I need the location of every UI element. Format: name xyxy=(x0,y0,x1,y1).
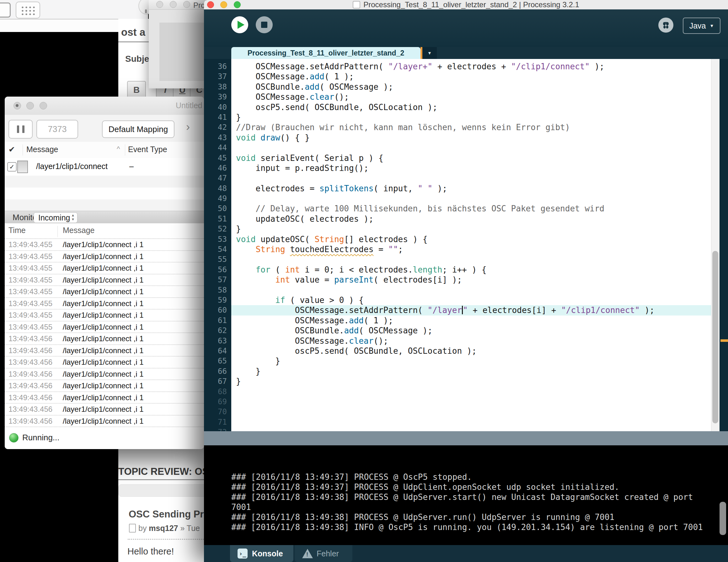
line-number: 72 xyxy=(204,427,231,431)
monitor-row[interactable]: 13:49:43.456/layer1/clip1/connect ,i 1 xyxy=(5,380,204,392)
close-icon[interactable] xyxy=(207,1,214,8)
current-line-marker xyxy=(720,339,728,342)
tab-overview-icon[interactable] xyxy=(0,3,11,18)
stop-button[interactable] xyxy=(256,16,273,33)
pause-button[interactable] xyxy=(8,120,33,139)
message-column-header[interactable]: Message xyxy=(26,145,58,154)
code-line-49 xyxy=(231,194,711,204)
zoom-icon[interactable] xyxy=(183,1,190,8)
zoom-icon[interactable] xyxy=(234,1,241,8)
tab-label: Konsole xyxy=(252,549,283,558)
line-number: 57 xyxy=(204,275,231,285)
console-scrollbar-thumb[interactable] xyxy=(720,502,726,535)
tab-menu-button[interactable]: ▼ xyxy=(422,47,437,59)
byline-user-link[interactable]: msq127 xyxy=(149,524,178,533)
event-time: 13:49:43.455 xyxy=(8,240,52,249)
topic-review-pagination-bar[interactable] xyxy=(118,484,213,497)
close-icon[interactable] xyxy=(156,1,163,8)
sketch-tab[interactable]: Processing_Test_8_11_oliver_letzter_stan… xyxy=(231,47,420,59)
event-type-value: – xyxy=(129,162,134,171)
code-line-66: } xyxy=(231,366,711,376)
sketch-titlebar[interactable]: Pro xyxy=(149,0,206,10)
monitor-row[interactable]: 13:49:43.456/layer1/clip1/connect ,i 1 xyxy=(5,333,204,345)
event-time: 13:49:43.455 xyxy=(8,287,52,296)
osculator-titlebar[interactable]: Untitled xyxy=(5,97,204,115)
monitor-row[interactable]: 13:49:43.455/layer1/clip1/connect ,i 1 xyxy=(5,263,204,275)
monitor-row[interactable]: 13:49:43.455/layer1/clip1/connect ,i 1 xyxy=(5,298,204,310)
event-message: /layer1/clip1/connect ,i 1 xyxy=(63,417,143,425)
code-line-52: } xyxy=(231,224,711,234)
monitor-row[interactable]: 13:49:43.456/layer1/clip1/connect ,i 1 xyxy=(5,392,204,404)
monitor-row[interactable]: 13:49:43.456/layer1/clip1/connect ,i 1 xyxy=(5,368,204,380)
monitor-filter-select[interactable]: Incoming ▲▼ xyxy=(34,212,78,223)
chevron-right-icon[interactable]: › xyxy=(186,121,190,134)
editor-scrollbar-thumb[interactable] xyxy=(712,251,718,423)
event-type-column-header[interactable]: Event Type xyxy=(128,145,167,154)
line-number: 65 xyxy=(204,356,231,366)
console-line: ### [2016/11/8 13:49:37] PROCESS @ UdpCl… xyxy=(231,482,728,492)
time-column-header[interactable]: Time xyxy=(8,226,26,235)
default-mapping-button[interactable]: Default Mapping xyxy=(102,121,174,138)
code-line-67: } xyxy=(231,376,711,386)
osculator-toolbar: 7373 Default Mapping › xyxy=(5,115,204,142)
monitor-row[interactable]: 13:49:43.456/layer1/clip1/connect ,i 1 xyxy=(5,415,204,427)
event-time: 13:49:43.455 xyxy=(8,276,52,284)
monitor-row[interactable]: 13:49:43.455/layer1/clip1/connect ,i 1 xyxy=(5,286,204,298)
mode-selector[interactable]: Java ▼ xyxy=(683,18,720,34)
monitor-row[interactable]: 13:49:43.455/layer1/clip1/connect ,i 1 xyxy=(5,309,204,321)
code-line-60: OSCMessage.setAddrPattern( "/layer" + el… xyxy=(231,305,711,315)
code-line-63: OSCMessage.clear(); xyxy=(231,336,711,346)
event-time: 13:49:43.455 xyxy=(8,264,52,273)
console-output[interactable]: ### [2016/11/8 13:49:37] PROCESS @ OscP5… xyxy=(204,445,728,545)
line-number: 67 xyxy=(204,376,231,386)
processing-window: Processing_Test_8_11_oliver_letzter_stan… xyxy=(204,0,728,562)
code-line-58 xyxy=(231,285,711,295)
filter-value: Incoming xyxy=(38,213,70,222)
zoom-icon[interactable] xyxy=(40,102,47,110)
check-column-header[interactable]: ✔ xyxy=(8,145,15,154)
code-editor[interactable]: OSCMessage.setAddrPattern( "/layer+" + e… xyxy=(231,59,711,431)
message-column-header[interactable]: Message xyxy=(63,226,94,235)
checkbox[interactable]: ✓ xyxy=(7,162,17,172)
sort-ascending-icon[interactable]: ^ xyxy=(117,145,120,153)
line-number: 58 xyxy=(204,285,231,295)
monitor-bar: Monitor Incoming ▲▼ xyxy=(5,211,204,224)
monitor-row[interactable]: 13:49:43.456/layer1/clip1/connect ,i 1 xyxy=(5,404,204,415)
minimize-icon[interactable] xyxy=(26,102,34,110)
minimize-icon[interactable] xyxy=(170,1,177,8)
line-number: 60 xyxy=(204,305,231,315)
event-time: 13:49:43.456 xyxy=(8,358,52,367)
post-heading: ost a xyxy=(121,26,145,38)
event-message: /layer1/clip1/connect ,i 1 xyxy=(63,405,143,414)
monitor-row[interactable]: 13:49:43.456/layer1/clip1/connect ,i 1 xyxy=(5,345,204,357)
apps-grid-icon[interactable] xyxy=(16,2,40,19)
line-number: 55 xyxy=(204,254,231,265)
tab-konsole[interactable]: ›_ Konsole xyxy=(230,545,293,562)
run-button[interactable] xyxy=(231,16,248,33)
tab-fehler[interactable]: ! Fehler xyxy=(295,545,352,562)
port-field[interactable]: 7373 xyxy=(36,120,78,139)
monitor-row[interactable]: 13:49:43.455/layer1/clip1/connect ,i 1 xyxy=(5,275,204,286)
monitor-row[interactable]: 13:49:43.455/layer1/clip1/connect ,i 1 xyxy=(5,321,204,333)
monitor-row[interactable]: 13:49:43.455/layer1/clip1/connect ,i 1 xyxy=(5,251,204,263)
editor-right-edge xyxy=(720,59,728,431)
line-number: 37 xyxy=(204,72,231,82)
monitor-row[interactable]: 13:49:43.455/layer1/clip1/connect ,i 1 xyxy=(5,239,204,251)
line-number: 59 xyxy=(204,295,231,305)
processing-titlebar[interactable]: Processing_Test_8_11_oliver_letzter_stan… xyxy=(204,0,728,9)
line-number: 56 xyxy=(204,265,231,275)
line-number: 52 xyxy=(204,224,231,234)
routing-table-row[interactable]: ✓ /layer1/clip1/connect – xyxy=(5,158,204,176)
debug-button[interactable] xyxy=(658,18,673,33)
minimize-icon[interactable] xyxy=(220,1,227,8)
line-number: 50 xyxy=(204,204,231,214)
post-title-link[interactable]: OSC Sending Pr xyxy=(129,509,204,520)
console-line: 7001 xyxy=(231,502,728,512)
close-icon[interactable] xyxy=(13,102,21,110)
event-time: 13:49:43.456 xyxy=(8,334,52,343)
code-line-72 xyxy=(231,427,711,431)
code-line-38: OSCBundle.add( OSCMessage ); xyxy=(231,82,711,92)
event-time: 13:49:43.456 xyxy=(8,405,52,414)
monitor-row[interactable]: 13:49:43.456/layer1/clip1/connect ,i 1 xyxy=(5,356,204,368)
code-line-61: OSCMessage.add( 1 ); xyxy=(231,315,711,325)
